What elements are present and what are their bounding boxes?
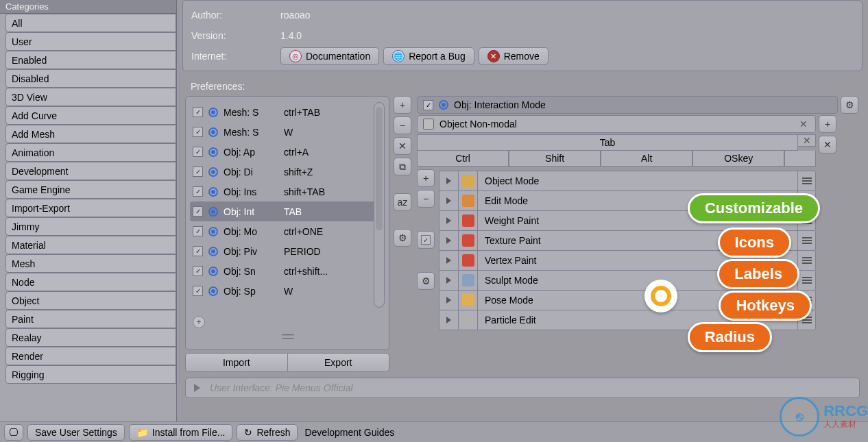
operator-list-row[interactable]: ✓ Obj: Int TAB [190,201,385,221]
category-item[interactable]: Render [5,347,176,365]
category-item[interactable]: Node [5,273,176,291]
category-item[interactable]: Realay [5,328,176,347]
install-from-file-button[interactable]: 📁 Install from File... [129,424,233,441]
row-checkbox[interactable]: ✓ [193,226,203,236]
list-scrollbar[interactable] [374,102,385,308]
interaction-mode-header[interactable]: ✓ Obj: Interaction Mode [417,96,838,114]
modifier-key-cell[interactable]: OSkey [692,151,784,167]
operator-list-row[interactable]: ✓ Obj: Ap ctrl+A [190,142,385,162]
watermark-logo-icon: ⎋ [780,397,819,437]
pie-menus-expand-row[interactable]: User Interface: Pie Menus Official [185,378,860,398]
documentation-button[interactable]: ◎ Documentation [280,47,379,65]
category-item[interactable]: Paint [5,310,176,328]
mode-label: Particle Edit [478,315,543,326]
export-button[interactable]: Export [288,353,390,372]
mode-menu-icon[interactable] [797,171,815,191]
mode-menu-icon[interactable] [797,271,815,290]
category-item[interactable]: All [5,14,176,32]
list-action-button[interactable]: ✕ [394,137,411,155]
row-checkbox[interactable]: ✓ [193,246,203,256]
mode-menu-icon[interactable] [797,231,815,250]
operator-list-row[interactable]: ✓ Obj: Di shift+Z [190,162,385,182]
modifier-key-cell[interactable]: Ctrl [417,151,509,167]
settings-icon[interactable]: ⚙ [841,96,858,114]
import-button[interactable]: Import [185,353,288,372]
console-icon[interactable]: 🖵 [4,424,23,441]
expand-mode-icon[interactable] [439,251,459,270]
mode-action-button[interactable]: − [417,190,435,208]
modifier-key-cell[interactable]: Alt [601,151,692,167]
operator-list-row[interactable]: ✓ Mesh: S ctrl+TAB [190,102,385,122]
report-bug-button[interactable]: 🌐 Report a Bug [383,47,474,65]
radio-icon [208,286,218,296]
category-item[interactable]: Disabled [5,69,176,88]
development-guides-link[interactable]: Development Guides [304,427,394,438]
row-checkbox[interactable]: ✓ [193,206,203,217]
row-checkbox[interactable]: ✓ [193,147,203,157]
mode-icon [459,171,478,191]
refresh-button[interactable]: ↻ Refresh [237,424,298,441]
mode-action-button[interactable]: ⚙ [417,272,435,290]
category-item[interactable]: Development [5,162,176,180]
category-item[interactable]: Object [5,291,176,310]
operator-list-row[interactable]: ✓ Obj: Sn ctrl+shift... [190,261,385,281]
resize-grip[interactable]: == [190,330,385,344]
side-action-button[interactable]: + [819,115,836,133]
category-item[interactable]: 3D View [5,88,176,106]
category-item[interactable]: Mesh [5,254,176,273]
category-item[interactable]: Material [5,236,176,254]
operator-list-row[interactable]: ✓ Obj: Ins shift+TAB [190,182,385,201]
category-item[interactable]: Animation [5,143,176,162]
list-action-button[interactable]: ⧉ [394,158,411,175]
row-checkbox[interactable]: ✓ [193,107,203,117]
category-item[interactable]: Add Mesh [5,125,176,143]
expand-mode-icon[interactable] [439,191,459,210]
radio-icon [208,267,218,276]
category-item[interactable]: Add Curve [5,106,176,125]
operator-list-row[interactable]: ✓ Obj: Piv PERIOD [190,241,385,261]
mode-checkbox[interactable]: ✓ [423,100,433,110]
operator-list-panel: ✓ Mesh: S ctrl+TAB✓ Mesh: S W✓ Obj: Ap c… [185,96,389,350]
save-user-settings-button[interactable]: Save User Settings [27,424,125,441]
row-checkbox[interactable]: ✓ [193,186,203,197]
close-icon[interactable]: ✕ [797,118,810,130]
row-checkbox[interactable]: ✓ [193,167,203,177]
list-action-button[interactable]: − [394,116,411,134]
operator-list-row[interactable]: ✓ Mesh: S W [190,122,385,142]
category-item[interactable]: User [5,32,176,51]
category-item[interactable]: Enabled [5,51,176,69]
annotation-labels: Labels [717,259,799,289]
mode-label: Pose Mode [478,295,540,306]
operator-hotkey: ctrl+ONE [284,226,323,237]
expand-mode-icon[interactable] [439,291,459,310]
tab-key-label[interactable]: Tab [417,134,798,151]
category-item[interactable]: Jimmy [5,217,176,236]
modifier-key-cell[interactable]: Shift [509,151,601,167]
category-item[interactable]: Import-Export [5,199,176,217]
category-item[interactable]: Rigging [5,365,176,384]
mode-action-button[interactable]: ✓ [417,231,435,249]
list-action-button[interactable]: aᴢ [394,193,411,211]
tab-close-icon[interactable]: ✕ [798,134,816,147]
version-value: 1.4.0 [280,30,302,41]
category-item[interactable]: Game Engine [5,180,176,199]
list-action-button[interactable]: + [394,96,411,114]
mode-menu-icon[interactable] [797,251,815,270]
row-checkbox[interactable]: ✓ [193,286,203,296]
row-checkbox[interactable]: ✓ [193,266,203,276]
operator-list-row[interactable]: ✓ Obj: Mo ctrl+ONE [190,221,385,241]
expand-mode-icon[interactable] [439,171,459,191]
object-nonmodal-header[interactable]: Object Non-modal ✕ [417,115,816,133]
side-action-button[interactable]: ✕ [819,136,836,154]
list-action-button[interactable]: ⚙ [394,229,411,247]
expand-mode-icon[interactable] [439,211,459,230]
add-item-button[interactable]: + [193,316,205,328]
row-checkbox[interactable]: ✓ [193,127,203,137]
remove-button[interactable]: ✕ Remove [479,47,548,65]
mode-action-button[interactable]: + [417,169,435,187]
expand-mode-icon[interactable] [439,271,459,290]
mode-row[interactable]: Object Mode [439,171,816,191]
operator-list-row[interactable]: ✓ Obj: Sp W [190,281,385,301]
expand-mode-icon[interactable] [439,310,459,330]
expand-mode-icon[interactable] [439,231,459,250]
